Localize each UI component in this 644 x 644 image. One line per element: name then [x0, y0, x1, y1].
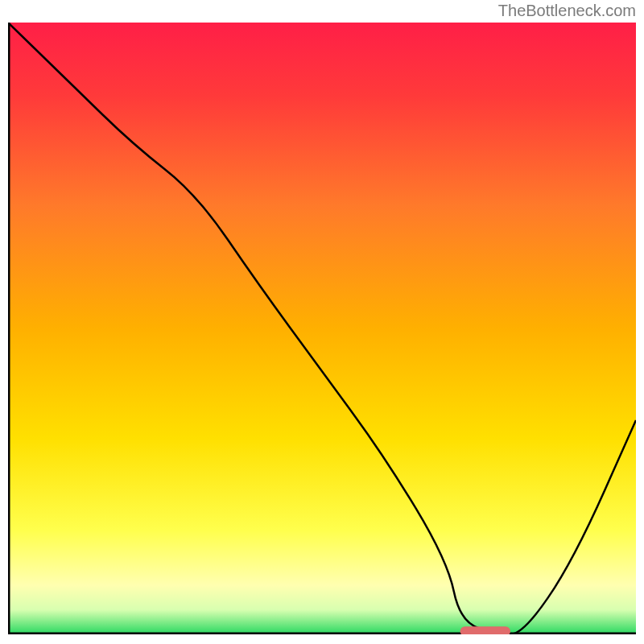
optimal-marker — [460, 626, 510, 634]
attribution-text: TheBottleneck.com — [498, 2, 636, 20]
chart-area — [8, 23, 636, 634]
bottleneck-chart — [8, 23, 636, 634]
